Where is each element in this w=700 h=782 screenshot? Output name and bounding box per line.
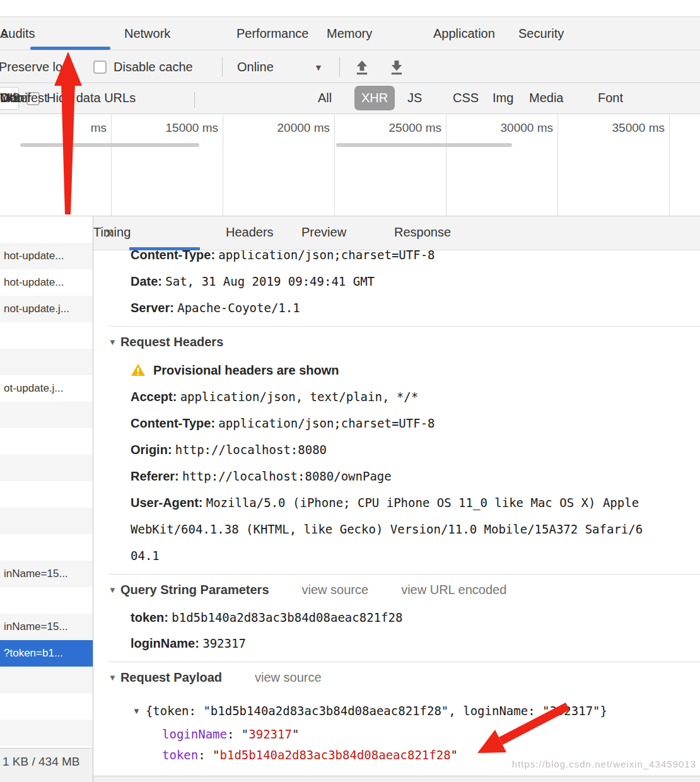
header-label: Content-Type: — [131, 416, 215, 430]
param-name: loginName: — [131, 636, 199, 650]
view-source-link[interactable]: view source — [302, 583, 369, 597]
filter-pill[interactable]: CSS — [453, 91, 479, 105]
request-row[interactable] — [0, 693, 93, 720]
watermark-text: https://blog.csdn.net/weixin_43459013 — [512, 759, 696, 769]
request-row[interactable] — [0, 667, 93, 693]
request-list: hot-update...hot-update...not-update.j..… — [0, 216, 93, 748]
request-row[interactable] — [0, 481, 93, 508]
close-icon[interactable]: × — [105, 224, 114, 243]
quote-mark: " — [451, 748, 458, 762]
header-value: Sat, 31 Aug 2019 09:49:41 GMT — [165, 274, 375, 288]
request-row[interactable]: hot-update... — [0, 243, 93, 269]
payload-value: b1d5b140a2d83ac3b84d08aeac821f28 — [220, 748, 451, 762]
disable-cache-label[interactable]: Disable cache — [114, 60, 193, 74]
payload-value: 392317 — [248, 727, 292, 741]
triangle-down-icon[interactable]: ▼ — [108, 673, 117, 682]
detail-tab[interactable]: Response — [394, 225, 451, 240]
request-row[interactable]: inName=15... — [0, 614, 93, 640]
general-header-line: Date: Sat, 31 Aug 2019 09:49:41 GMT — [108, 268, 700, 295]
request-row[interactable]: ot-update.j... — [0, 375, 93, 402]
triangle-down-icon[interactable]: ▼ — [108, 337, 117, 347]
payload-property-line: loginName: "392317" — [108, 724, 700, 745]
request-row[interactable] — [0, 587, 93, 614]
request-row[interactable] — [0, 349, 93, 375]
general-header-line: Server: Apache-Coyote/1.1 — [108, 295, 700, 321]
request-row[interactable] — [0, 720, 93, 746]
detail-tab[interactable]: Headers — [226, 225, 274, 240]
hide-data-urls-label[interactable]: Hide data URLs — [47, 91, 136, 105]
network-tab-underline — [30, 47, 110, 50]
view-source-link[interactable]: view source — [255, 670, 322, 684]
chevron-down-icon[interactable]: ▼ — [314, 62, 323, 73]
request-row[interactable] — [0, 322, 93, 349]
export-har-icon[interactable] — [388, 59, 405, 76]
filter-pill[interactable]: All — [318, 91, 332, 105]
headers-tab-underline — [129, 247, 200, 250]
request-header-line: Accept: application/json, text/plain, */… — [108, 383, 700, 410]
header-value: application/json;charset=UTF-8 — [218, 250, 435, 262]
main-tab[interactable]: Security — [518, 26, 564, 41]
provisional-headers-warning: Provisional headers are shown — [108, 357, 700, 383]
main-tab[interactable]: Network — [124, 26, 170, 41]
timeline-tick: 35000 ms — [558, 115, 670, 216]
view-url-encoded-link[interactable]: view URL encoded — [401, 583, 506, 597]
request-payload-section-title: ▼Request Payloadview source — [108, 662, 700, 692]
main-tab[interactable]: Memory — [327, 26, 372, 41]
timeline-tick: 40000 ms — [670, 115, 700, 216]
triangle-down-icon[interactable]: ▼ — [132, 706, 141, 716]
main-tab[interactable]: Audits — [0, 26, 35, 41]
payload-preview-line[interactable]: ▼{token: "b1d5b140a2d83ac3b84d08aeac821f… — [108, 697, 700, 724]
header-line-clipped: Content-Type: application/json;charset=U… — [108, 250, 700, 268]
header-value: Apache-Coyote/1.1 — [177, 301, 300, 315]
main-tab[interactable]: Performance — [236, 26, 309, 41]
request-row[interactable]: hot-update... — [0, 269, 93, 296]
triangle-down-icon[interactable]: ▼ — [108, 585, 117, 595]
request-row[interactable] — [0, 534, 93, 561]
param-name: token: — [131, 610, 168, 624]
request-row[interactable] — [0, 428, 93, 455]
header-label: Accept: — [131, 390, 177, 404]
detail-tab[interactable]: Preview — [301, 225, 346, 240]
request-row[interactable]: ?token=b1... — [0, 640, 93, 667]
payload-preview-text: {token: "b1d5b140a2d83ac3b84d08aeac821f2… — [146, 704, 607, 718]
request-row[interactable] — [0, 216, 93, 243]
detail-tab-bar: HeadersPreviewResponseTiming — [93, 216, 700, 250]
header-label: Referer: — [131, 469, 179, 483]
section-title: Request Headers — [120, 335, 223, 349]
quote-mark: " — [242, 727, 248, 741]
filter-pill[interactable]: Font — [598, 91, 623, 105]
section-title: Request Payload — [120, 670, 222, 684]
header-value: Mozilla/5.0 (iPhone; CPU iPhone OS 11_0 … — [206, 496, 639, 510]
header-label: Content-Type: — [131, 250, 215, 262]
timeline-tick: 20000 ms — [223, 115, 335, 216]
filter-pill[interactable]: Media — [529, 91, 563, 105]
param-value: b1d5b140a2d83ac3b84d08aeac821f28 — [172, 610, 402, 624]
request-row[interactable] — [0, 508, 93, 534]
header-value: application/json, text/plain, */* — [180, 390, 419, 404]
filter-pill[interactable]: Img — [493, 91, 513, 105]
throttling-select[interactable]: Online — [237, 60, 274, 74]
request-row[interactable] — [0, 455, 93, 481]
main-tab[interactable]: Application — [433, 26, 495, 41]
warning-icon — [131, 363, 146, 378]
headers-panel: Content-Type: application/json;charset=U… — [93, 250, 700, 776]
quote-mark: " — [213, 748, 219, 762]
filter-pill[interactable]: XHR — [354, 86, 395, 110]
payload-colon: : — [198, 748, 213, 762]
request-row[interactable]: not-update.j... — [0, 296, 93, 322]
main-tab-bar: s NetworkPerformanceMemoryApplicationSec… — [0, 16, 700, 50]
import-har-icon[interactable] — [353, 59, 371, 76]
preserve-log-label[interactable]: Preserve log — [0, 60, 69, 74]
header-label: Date: — [131, 274, 162, 288]
request-headers-section-title[interactable]: ▼Request Headers — [108, 327, 700, 357]
query-param-line: token: b1d5b140a2d83ac3b84d08aeac821f28 — [108, 605, 700, 631]
request-row[interactable]: inName=15... — [0, 561, 93, 587]
query-string-section-title: ▼Query String Parametersview sourceview … — [108, 575, 700, 605]
filter-pill[interactable]: JS — [407, 91, 422, 105]
top-strip — [0, 0, 700, 16]
request-row[interactable] — [0, 402, 93, 428]
disable-cache-checkbox[interactable] — [93, 61, 107, 74]
devtools-window: s NetworkPerformanceMemoryApplicationSec… — [0, 0, 700, 782]
timeline-overview[interactable]: ms15000 ms20000 ms25000 ms30000 ms35000 … — [0, 115, 700, 216]
filter-pill[interactable]: Other — [0, 91, 32, 105]
